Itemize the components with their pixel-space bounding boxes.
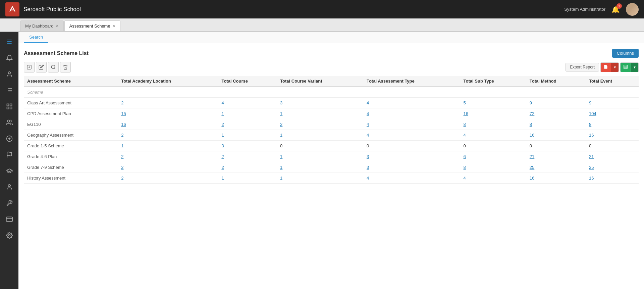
sidebar-item-people[interactable] [2, 67, 17, 82]
svg-point-20 [8, 235, 10, 236]
table-cell-link[interactable]: 15 [121, 111, 126, 116]
sidebar-item-grid[interactable] [2, 99, 17, 114]
tab-dashboard-close[interactable]: ✕ [56, 24, 59, 28]
tab-dashboard[interactable]: My Dashboard ✕ [20, 20, 64, 31]
table-cell-link[interactable]: 2 [280, 122, 282, 127]
pdf-export-button[interactable] [601, 63, 611, 72]
table-cell-link[interactable]: 25 [530, 165, 534, 170]
table-cell-link[interactable]: 8 [464, 165, 466, 170]
table-cell-link[interactable]: 2 [221, 122, 224, 127]
table-header-row: Assessment Scheme Total Academy Location… [24, 76, 639, 87]
col-scheme: Assessment Scheme [24, 76, 118, 87]
table-cell-link[interactable]: 3 [367, 154, 369, 159]
sidebar-item-users[interactable] [2, 115, 17, 130]
table-cell-link[interactable]: 4 [464, 133, 466, 138]
table-cell-link[interactable]: 1 [221, 176, 224, 181]
table-cell-link[interactable]: 2 [121, 154, 123, 159]
table-cell-link[interactable]: 25 [589, 165, 594, 170]
sidebar-item-settings[interactable] [2, 228, 17, 243]
table-cell-link[interactable]: 21 [530, 154, 534, 159]
scheme-name: Grade 7-9 Scheme [24, 162, 118, 173]
table-cell-link[interactable]: 8 [464, 122, 466, 127]
sidebar-item-user3[interactable] [2, 180, 17, 194]
sidebar-item-tools[interactable] [2, 196, 17, 210]
app-logo [5, 2, 19, 16]
sidebar-item-flag[interactable] [2, 147, 17, 162]
table-row: CPD Assessment Plan151141672104 [24, 108, 639, 119]
svg-line-25 [54, 68, 55, 69]
list-title: Assessment Scheme List [24, 50, 89, 56]
table-cell-link[interactable]: 1 [280, 111, 282, 116]
sidebar-item-finance[interactable] [2, 131, 17, 146]
view-button[interactable] [48, 62, 59, 73]
main-layout: ☰ [0, 32, 644, 289]
table-cell-link[interactable]: 72 [530, 111, 534, 116]
sidebar-item-menu[interactable]: ☰ [2, 35, 17, 49]
table-cell-link[interactable]: 4 [367, 100, 369, 105]
export-report-button[interactable]: Export Report [566, 63, 599, 71]
table-cell-link[interactable]: 4 [367, 111, 369, 116]
table-cell-link[interactable]: 16 [589, 176, 594, 181]
table-cell-link[interactable]: 16 [464, 111, 468, 116]
table-row: Scheme [24, 87, 639, 98]
columns-button[interactable]: Columns [612, 49, 639, 58]
notification-bell[interactable]: 🔔 1 [611, 5, 620, 13]
table-cell-link[interactable]: 4 [367, 176, 369, 181]
table-cell-link[interactable]: 1 [221, 133, 224, 138]
svg-point-17 [8, 185, 10, 187]
table-cell-link[interactable]: 1 [280, 133, 282, 138]
table-cell-link[interactable]: 2 [121, 133, 123, 138]
edit-button[interactable] [36, 62, 47, 73]
search-tab-button[interactable]: Search [24, 32, 48, 43]
table-cell-link[interactable]: 21 [589, 154, 594, 159]
table-cell-link[interactable]: 8 [589, 122, 591, 127]
table-cell-link[interactable]: 16 [530, 176, 534, 181]
table-cell-link[interactable]: 9 [589, 100, 591, 105]
table-cell-link[interactable]: 1 [280, 154, 282, 159]
table-cell-link[interactable]: 1 [121, 143, 123, 148]
excel-export-split: ▼ [620, 62, 639, 72]
excel-export-button[interactable] [621, 63, 631, 72]
tab-assessment-scheme-close[interactable]: ✕ [112, 24, 115, 28]
table-cell-link[interactable]: 16 [589, 133, 594, 138]
table-cell-link[interactable]: 16 [530, 133, 534, 138]
table-cell-link[interactable]: 104 [589, 111, 596, 116]
tab-assessment-scheme[interactable]: Assessment Scheme ✕ [64, 20, 120, 31]
pdf-export-arrow[interactable]: ▼ [611, 63, 619, 72]
table-cell-link[interactable]: 2 [121, 165, 123, 170]
table-cell-link[interactable]: 5 [464, 100, 466, 105]
table-cell-link[interactable]: 6 [464, 154, 466, 159]
col-atype: Total Assessment Type [363, 76, 460, 87]
sidebar-item-announcements[interactable] [2, 51, 17, 65]
table-cell-link[interactable]: 4 [221, 100, 224, 105]
table-row: Grade 4-6 Plan221362121 [24, 151, 639, 162]
table-row: Grade 7-9 Scheme221382525 [24, 162, 639, 173]
add-button[interactable] [24, 62, 35, 73]
table-cell-link[interactable]: 3 [367, 165, 369, 170]
user-avatar[interactable] [626, 3, 639, 16]
tab-assessment-scheme-label: Assessment Scheme [69, 23, 110, 29]
table-cell-link[interactable]: 4 [464, 176, 466, 181]
table-cell-link[interactable]: 3 [221, 143, 224, 148]
toolbar: Export Report ▼ [24, 62, 639, 73]
sidebar-item-list[interactable] [2, 83, 17, 98]
sidebar-item-grad[interactable] [2, 163, 17, 178]
svg-rect-10 [10, 107, 12, 109]
table-cell-link[interactable]: 16 [121, 122, 126, 127]
excel-export-arrow[interactable]: ▼ [631, 63, 638, 72]
table-cell-link[interactable]: 8 [530, 122, 532, 127]
table-cell-link[interactable]: 1 [280, 165, 282, 170]
table-cell-link[interactable]: 1 [280, 176, 282, 181]
table-cell-link[interactable]: 4 [367, 122, 369, 127]
sidebar-item-finance2[interactable] [2, 212, 17, 227]
col-subtype: Total Sub Type [460, 76, 526, 87]
table-cell-link[interactable]: 2 [121, 100, 123, 105]
delete-button[interactable] [60, 62, 71, 73]
table-cell-link[interactable]: 1 [221, 111, 224, 116]
table-cell-link[interactable]: 3 [280, 100, 282, 105]
table-cell-link[interactable]: 4 [367, 133, 369, 138]
table-cell-link[interactable]: 2 [121, 176, 123, 181]
table-cell-link[interactable]: 2 [221, 165, 224, 170]
table-cell-link[interactable]: 2 [221, 154, 224, 159]
table-cell-link[interactable]: 9 [530, 100, 532, 105]
